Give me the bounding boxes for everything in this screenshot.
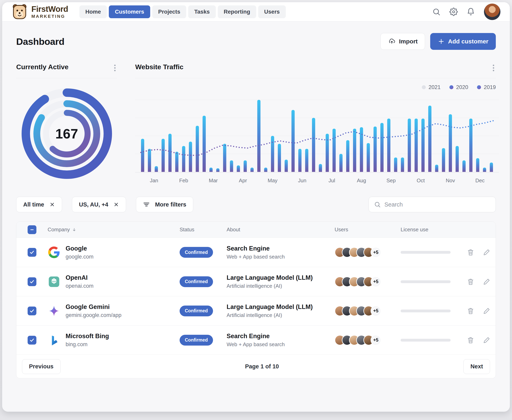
charts-row: Currently Active 167 Website Traffic (16, 63, 496, 187)
legend-item-2021[interactable]: 2021 (422, 84, 441, 90)
delete-icon[interactable] (467, 278, 475, 286)
currently-active-card: Currently Active 167 (16, 63, 117, 187)
about-subtitle: Web + App based search (227, 254, 334, 260)
delete-icon[interactable] (467, 248, 475, 256)
gear-icon[interactable] (449, 8, 458, 16)
company-name: Google Gemini (66, 303, 121, 311)
row-actions (467, 336, 491, 344)
more-filters-button[interactable]: More filters (136, 197, 193, 212)
company-name: OpenAI (66, 274, 94, 281)
otter-logo-icon (11, 4, 28, 20)
extra-users-badge[interactable]: +5 (371, 306, 381, 316)
row-actions (467, 278, 491, 286)
filter-row: All time US, AU, +4 More filters (16, 197, 496, 212)
import-button[interactable]: Import (380, 33, 425, 50)
users-cell: +5 (334, 335, 401, 345)
kebab-menu-icon[interactable] (113, 63, 117, 73)
nav-home[interactable]: Home (79, 5, 107, 18)
delete-icon[interactable] (467, 336, 475, 344)
company-domain: openai.com (66, 283, 94, 289)
extra-users-badge[interactable]: +5 (371, 277, 381, 287)
legend-item-2020[interactable]: 2020 (449, 84, 468, 90)
main-nav: HomeCustomersProjectsTasksReportingUsers (79, 5, 286, 18)
close-icon[interactable] (49, 202, 55, 207)
delete-icon[interactable] (467, 307, 475, 315)
search-icon[interactable] (432, 8, 441, 16)
filter-chip-0[interactable]: All time (16, 197, 62, 212)
filter-chip-label: US, AU, +4 (79, 201, 108, 208)
search-input[interactable] (384, 201, 490, 208)
brand[interactable]: FirstWord MARKETING (11, 4, 68, 20)
column-status[interactable]: Status (180, 226, 227, 233)
row-checkbox[interactable] (28, 277, 37, 286)
traffic-bar-chart: JanFebMarAprMayJunJulAugSepOctNovDec (135, 92, 499, 186)
status-badge: Confirmed (180, 335, 213, 345)
about-cell: Large Language Model (LLM) Artificial in… (227, 303, 334, 318)
svg-text:Jun: Jun (298, 178, 306, 183)
nav-customers[interactable]: Customers (109, 5, 150, 18)
legend-item-2019[interactable]: 2019 (477, 84, 496, 90)
nav-projects[interactable]: Projects (152, 5, 186, 18)
currently-active-title: Currently Active (16, 63, 68, 71)
page-indicator: Page 1 of 10 (61, 363, 464, 370)
license-progress (401, 339, 451, 342)
column-users[interactable]: Users (334, 226, 401, 233)
edit-icon[interactable] (482, 278, 491, 286)
table-row-google[interactable]: Google google.com Confirmed Search Engin… (16, 238, 496, 267)
column-about[interactable]: About (227, 226, 334, 233)
table-row-openai[interactable]: OpenAI openai.com Confirmed Large Langua… (16, 267, 496, 296)
nav-reporting[interactable]: Reporting (218, 5, 256, 18)
edit-icon[interactable] (482, 336, 491, 344)
company-domain: gemini.google.com/app (66, 312, 121, 318)
edit-icon[interactable] (482, 307, 491, 315)
close-icon[interactable] (113, 202, 119, 207)
add-customer-label: Add customer (448, 38, 488, 45)
filter-chip-1[interactable]: US, AU, +4 (72, 197, 126, 212)
table-row-gemini[interactable]: Google Gemini gemini.google.com/app Conf… (16, 296, 496, 325)
row-actions (467, 307, 491, 315)
bell-icon[interactable] (467, 8, 475, 16)
add-customer-button[interactable]: Add customer (430, 33, 496, 50)
kebab-menu-icon[interactable] (491, 63, 496, 73)
nav-tasks[interactable]: Tasks (188, 5, 215, 18)
legend-dot (422, 85, 426, 89)
users-cell: +5 (334, 277, 401, 287)
svg-text:May: May (267, 178, 277, 183)
users-cell: +5 (334, 247, 401, 257)
row-actions (467, 248, 491, 256)
active-donut-chart: 167 (20, 87, 114, 181)
topbar-actions (432, 3, 501, 20)
row-checkbox[interactable] (28, 307, 37, 315)
svg-text:Jan: Jan (150, 178, 158, 183)
active-count: 167 (20, 87, 114, 181)
select-all-checkbox[interactable] (28, 225, 37, 234)
svg-text:Oct: Oct (417, 178, 425, 183)
svg-text:Sep: Sep (386, 178, 396, 183)
row-checkbox[interactable] (28, 336, 37, 345)
table-search (369, 197, 496, 212)
svg-text:Jul: Jul (328, 178, 335, 183)
row-checkbox[interactable] (28, 248, 37, 257)
status-badge: Confirmed (180, 247, 213, 258)
column-license[interactable]: License use (401, 226, 467, 233)
about-cell: Large Language Model (LLM) Artificial in… (227, 274, 334, 289)
company-cell: Google google.com (48, 245, 180, 260)
edit-icon[interactable] (482, 248, 491, 256)
about-title: Large Language Model (LLM) (227, 303, 334, 311)
next-page-button[interactable]: Next (463, 359, 490, 374)
openai-logo (48, 276, 60, 288)
table-footer: Previous Page 1 of 10 Next (16, 355, 496, 378)
desktop-background: FirstWord MARKETING HomeCustomersProject… (0, 0, 512, 420)
license-progress (401, 309, 451, 312)
search-icon (374, 201, 381, 208)
table-row-bing[interactable]: Microsoft Bing bing.com Confirmed Search… (16, 325, 496, 355)
about-subtitle: Web + App based search (227, 341, 334, 348)
profile-avatar[interactable] (484, 3, 501, 20)
column-company[interactable]: Company (48, 226, 180, 233)
svg-text:Apr: Apr (239, 178, 247, 183)
svg-text:Dec: Dec (475, 178, 485, 183)
previous-page-button[interactable]: Previous (22, 359, 61, 374)
extra-users-badge[interactable]: +5 (371, 247, 381, 257)
extra-users-badge[interactable]: +5 (371, 335, 381, 345)
nav-users[interactable]: Users (258, 5, 286, 18)
